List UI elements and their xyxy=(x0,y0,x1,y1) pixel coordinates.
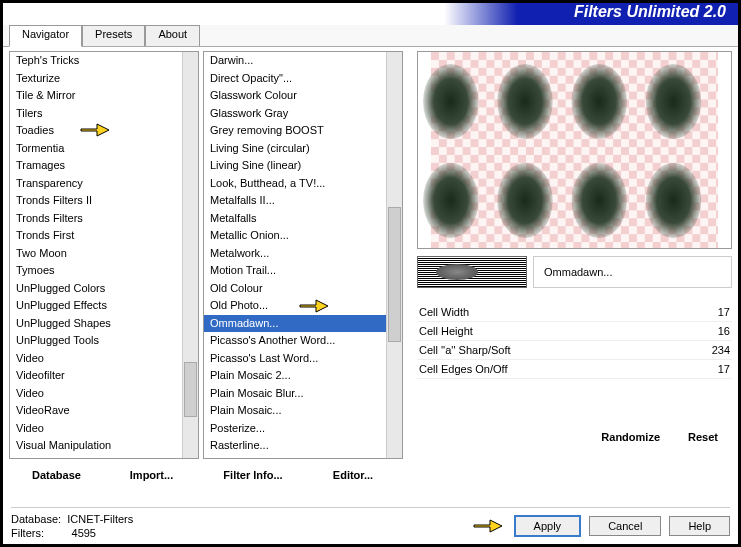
cancel-button[interactable]: Cancel xyxy=(589,516,661,536)
list-item[interactable]: Posterize... xyxy=(204,420,386,438)
list-item[interactable]: Direct Opacity"... xyxy=(204,70,386,88)
svg-point-9 xyxy=(497,163,552,238)
list-item[interactable]: Darwin... xyxy=(204,52,386,70)
svg-point-4 xyxy=(423,64,478,139)
list-item[interactable]: Tormentia xyxy=(10,140,182,158)
list-item[interactable]: Motion Trail... xyxy=(204,262,386,280)
list-item[interactable]: Weaver... xyxy=(204,455,386,459)
filters-col: Darwin...Direct Opacity"...Glasswork Col… xyxy=(203,51,403,487)
list-item[interactable]: Plain Mosaic Blur... xyxy=(204,385,386,403)
editor-button[interactable]: Editor... xyxy=(303,465,403,485)
list-item[interactable]: UnPlugged Shapes xyxy=(10,315,182,333)
svg-point-8 xyxy=(423,163,478,238)
svg-point-10 xyxy=(572,163,627,238)
list-item[interactable]: Videofilter xyxy=(10,367,182,385)
list-item[interactable]: Metalfalls xyxy=(204,210,386,228)
database-button[interactable]: Database xyxy=(9,465,104,485)
svg-point-6 xyxy=(572,64,627,139)
list-item[interactable]: Transparency xyxy=(10,175,182,193)
list-item[interactable]: UnPlugged Tools xyxy=(10,332,182,350)
list-item[interactable]: Tronds Filters xyxy=(10,210,182,228)
param-label: Cell Height xyxy=(419,325,473,337)
list-item[interactable]: Tronds First xyxy=(10,227,182,245)
list-item[interactable]: Plain Mosaic 2... xyxy=(204,367,386,385)
param-value: 17 xyxy=(718,306,730,318)
apply-button[interactable]: Apply xyxy=(514,515,582,537)
param-row[interactable]: Cell Width17 xyxy=(417,303,732,322)
svg-point-11 xyxy=(646,163,701,238)
list-item[interactable]: Tymoes xyxy=(10,262,182,280)
list-item[interactable]: Living Sine (linear) xyxy=(204,157,386,175)
list-item[interactable]: Old Photo... xyxy=(204,297,386,315)
param-row[interactable]: Cell Edges On/Off17 xyxy=(417,360,732,379)
list-item[interactable]: Teph's Tricks xyxy=(10,52,182,70)
filters-count-label: Filters: xyxy=(11,527,44,539)
svg-point-7 xyxy=(646,64,701,139)
db-label: Database: xyxy=(11,513,61,525)
list-item[interactable]: Video xyxy=(10,350,182,368)
filter-logo xyxy=(417,256,527,288)
status-bar: Database: ICNET-Filters Filters: 4595 Ap… xyxy=(11,507,730,540)
list-item[interactable]: Tramages xyxy=(10,157,182,175)
param-row[interactable]: Cell ''a'' Sharp/Soft234 xyxy=(417,341,732,360)
tab-about[interactable]: About xyxy=(145,25,200,46)
titlebar: Filters Unlimited 2.0 xyxy=(3,3,738,25)
list-item[interactable]: Living Sine (circular) xyxy=(204,140,386,158)
list-item[interactable]: Look, Butthead, a TV!... xyxy=(204,175,386,193)
tab-bar: Navigator Presets About xyxy=(3,25,738,47)
hand-pointer-icon xyxy=(472,515,506,537)
filters-list[interactable]: Darwin...Direct Opacity"...Glasswork Col… xyxy=(203,51,403,459)
list-item[interactable]: Ommadawn... xyxy=(204,315,386,333)
selected-filter-name: Ommadawn... xyxy=(533,256,732,288)
filters-scrollbar[interactable] xyxy=(386,52,402,458)
list-item[interactable]: VM 1 xyxy=(10,455,182,459)
main-area: Teph's TricksTexturizeTile & MirrorTiler… xyxy=(3,47,738,487)
svg-point-5 xyxy=(497,64,552,139)
help-button[interactable]: Help xyxy=(669,516,730,536)
parameters-panel: Cell Width17Cell Height16Cell ''a'' Shar… xyxy=(417,303,732,379)
preview-col: Ommadawn... Cell Width17Cell Height16Cel… xyxy=(407,51,732,487)
list-item[interactable]: Metalfalls II... xyxy=(204,192,386,210)
param-value: 16 xyxy=(718,325,730,337)
list-item[interactable]: Metallic Onion... xyxy=(204,227,386,245)
db-value: ICNET-Filters xyxy=(67,513,133,525)
list-item[interactable]: Plain Mosaic... xyxy=(204,402,386,420)
tab-navigator[interactable]: Navigator xyxy=(9,25,82,47)
categories-scrollbar[interactable] xyxy=(182,52,198,458)
randomize-button[interactable]: Randomize xyxy=(587,427,674,447)
list-item[interactable]: Video xyxy=(10,420,182,438)
list-item[interactable]: Metalwork... xyxy=(204,245,386,263)
list-item[interactable]: Two Moon xyxy=(10,245,182,263)
filter-info-button[interactable]: Filter Info... xyxy=(203,465,303,485)
categories-list[interactable]: Teph's TricksTexturizeTile & MirrorTiler… xyxy=(9,51,199,459)
list-item[interactable]: Toadies xyxy=(10,122,182,140)
import-button[interactable]: Import... xyxy=(104,465,199,485)
list-item[interactable]: Picasso's Last Word... xyxy=(204,350,386,368)
list-item[interactable]: Glasswork Colour xyxy=(204,87,386,105)
tab-presets[interactable]: Presets xyxy=(82,25,145,46)
list-item[interactable]: Texturize xyxy=(10,70,182,88)
param-value: 234 xyxy=(712,344,730,356)
list-item[interactable]: Tilers xyxy=(10,105,182,123)
list-item[interactable]: Old Colour xyxy=(204,280,386,298)
app-title: Filters Unlimited 2.0 xyxy=(574,3,726,21)
list-item[interactable]: Video xyxy=(10,385,182,403)
param-label: Cell Width xyxy=(419,306,469,318)
list-item[interactable]: Tronds Filters II xyxy=(10,192,182,210)
list-item[interactable]: Grey removing BOOST xyxy=(204,122,386,140)
list-item[interactable]: Visual Manipulation xyxy=(10,437,182,455)
categories-col: Teph's TricksTexturizeTile & MirrorTiler… xyxy=(9,51,199,487)
preview-image xyxy=(418,52,731,248)
reset-button[interactable]: Reset xyxy=(674,427,732,447)
list-item[interactable]: Tile & Mirror xyxy=(10,87,182,105)
param-label: Cell ''a'' Sharp/Soft xyxy=(419,344,511,356)
param-row[interactable]: Cell Height16 xyxy=(417,322,732,341)
list-item[interactable]: Glasswork Gray xyxy=(204,105,386,123)
list-item[interactable]: Rasterline... xyxy=(204,437,386,455)
list-item[interactable]: UnPlugged Effects xyxy=(10,297,182,315)
list-item[interactable]: VideoRave xyxy=(10,402,182,420)
filters-count-value: 4595 xyxy=(72,527,96,539)
list-item[interactable]: Picasso's Another Word... xyxy=(204,332,386,350)
preview-panel xyxy=(417,51,732,249)
list-item[interactable]: UnPlugged Colors xyxy=(10,280,182,298)
